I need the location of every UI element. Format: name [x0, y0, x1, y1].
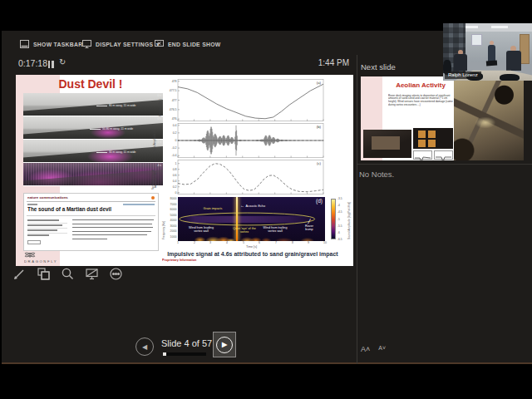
rms-axis-label: Normalized Sound Amplitude RMS [151, 165, 156, 195]
more-options-icon [109, 267, 123, 284]
frame-time: 1 s [158, 140, 161, 143]
mars-panorama-frames: 0 s 80 m away, 11 m wide 0 s 50-80 m awa… [23, 93, 163, 186]
frame-annotation: 80 m away, 11 m wide [109, 105, 135, 107]
frame-time: 0 s [158, 94, 161, 96]
spectrogram-panel: Grain impacts← Acoustic EchoWind from le… [178, 197, 325, 241]
slide-title: Dust Devil ! [44, 77, 137, 91]
restart-timer-button[interactable]: ↻ [59, 57, 66, 66]
journal-name: nature communications [27, 195, 68, 199]
sound-amplitude-chart: -0.4-0.200.20.4(b) [164, 122, 325, 159]
black-screen-icon [85, 267, 99, 284]
pause-timer-button[interactable] [48, 61, 56, 68]
next-slide-label: Next slide [361, 62, 396, 71]
pause-icon [48, 61, 50, 68]
svg-text:0.2: 0.2 [173, 185, 177, 189]
taskbar-icon [20, 40, 29, 48]
preview-rover-deck-image [454, 76, 524, 160]
restart-timer-icon: ↻ [59, 57, 66, 66]
spectrogram-annotation: ← Acoustic Echo [240, 204, 265, 209]
preview-sensor-thumbnail [413, 128, 453, 149]
display-settings-icon [82, 40, 91, 48]
notes-text: No Notes. [359, 170, 394, 179]
dragonfly-logo-text: DRAGONFLY [24, 259, 57, 264]
svg-text:478: 478 [172, 80, 177, 83]
decrease-font-button[interactable]: A˅ [378, 345, 386, 353]
svg-text:-0.4: -0.4 [171, 154, 176, 157]
end-slideshow-icon [155, 40, 164, 48]
end-slide-show-label: END SLIDE SHOW [168, 42, 221, 47]
show-taskbar-button[interactable]: SHOW TASKBAR [20, 38, 82, 50]
preview-mini-chart [434, 150, 453, 160]
elapsed-timer: 0:17:18 [18, 58, 47, 68]
rms-chart: 00.20.40.60.81(c) [164, 159, 325, 195]
panel-divider [357, 55, 357, 364]
slide-progress-fill [163, 352, 166, 356]
next-slide-icon: ▶ [222, 341, 227, 348]
svg-text:-0.2: -0.2 [171, 146, 176, 150]
next-slide-button[interactable]: ▶ [213, 332, 236, 357]
panel-d-tag: (d) [316, 198, 323, 204]
presenter-panel: SHOW TASKBAR DISPLAY SETTINGS ▼ END SLID… [2, 31, 532, 364]
see-all-slides-button[interactable] [36, 268, 51, 283]
svg-text:0.6: 0.6 [173, 174, 177, 177]
mars-frame-2: 0 s 50-80 m away, 11 m wide [23, 116, 163, 140]
svg-text:0.4: 0.4 [173, 180, 177, 183]
notes-font-controls: A˄ A˅ [361, 345, 386, 353]
frame-annotation: 30 m away, 11 m wide [109, 151, 135, 154]
spectrogram-annotation: Grain impacts [204, 207, 223, 210]
colorbar-tick-labels: -3.5-4-4.5-5-5.5-6-6.5 [337, 199, 347, 239]
notes-divider [357, 164, 532, 165]
end-slide-show-button[interactable]: END SLIDE SHOW [155, 38, 221, 50]
display-settings-label: DISPLAY SETTINGS ▼ [96, 42, 161, 47]
mars-frame-3: 1 s 30 m away, 11 m wide [23, 140, 163, 163]
slide-counter: Slide 4 of 57 [161, 338, 212, 348]
svg-text:0: 0 [175, 191, 177, 195]
spectrogram-annotation: ╱ Rover bump [303, 219, 313, 231]
svg-text:477.5: 477.5 [170, 89, 177, 92]
svg-text:(b): (b) [317, 125, 322, 129]
sound-amplitude-axis-label: Sound Amplitude [Pa] [153, 124, 156, 157]
next-slide-preview[interactable]: Aeolian Activity Rover deck imaging atte… [361, 76, 524, 160]
slide-caption: Impulsive signal at 4.6s attributed to s… [164, 251, 342, 257]
colorbar-label: Sound Amplitude [log(Pa/√Hz)] [347, 202, 350, 239]
more-options-button[interactable] [108, 268, 123, 283]
zoom-slide-button[interactable] [60, 268, 75, 283]
display-settings-button[interactable]: DISPLAY SETTINGS ▼ [82, 38, 161, 50]
frame-time: 4 s [158, 164, 161, 166]
check-updates-badge [27, 240, 41, 244]
mars-frame-1: 0 s 80 m away, 11 m wide [23, 93, 163, 116]
svg-text:0: 0 [175, 139, 177, 142]
spectrogram-annotation: Wind from trailing vortex wall [260, 226, 290, 234]
time-axis-label: Time [s] [206, 245, 298, 249]
webcam-feed: Ralph Lorenz [443, 23, 532, 81]
dragonfly-logo: DRAGONFLY [24, 252, 74, 266]
participant-name-tag: Ralph Lorenz [445, 71, 481, 79]
ceiling-light [491, 26, 508, 28]
svg-text:0.8: 0.8 [173, 168, 177, 171]
see-all-slides-icon [37, 267, 51, 284]
preview-rover-thumbnail [363, 130, 411, 158]
svg-text:476: 476 [172, 117, 177, 121]
pen-tool-button[interactable] [12, 268, 27, 283]
spectrogram-colorbar [331, 199, 336, 239]
vortex-ellipse-annotation [180, 213, 315, 225]
svg-text:(c): (c) [317, 161, 322, 165]
frame-annotation: 50-80 m away, 11 m wide [102, 128, 133, 131]
preview-slide-body: Rover deck imaging attests to deposition… [388, 94, 455, 106]
open-access-icon [151, 196, 155, 200]
laptop [486, 61, 497, 66]
black-screen-button[interactable] [84, 268, 99, 283]
dragonfly-icon [25, 252, 35, 258]
frame-time: 0 s [158, 117, 161, 120]
previous-slide-button[interactable]: ◀ [135, 337, 154, 356]
presenter-view-window: SHOW TASKBAR DISPLAY SETTINGS ▼ END SLID… [0, 0, 532, 399]
paper-title: The sound of a Martian dust devil [27, 206, 140, 213]
annotation-toolbar [12, 268, 123, 283]
slide-progress-bar [163, 352, 206, 356]
current-slide[interactable]: Dust Devil ! 0 s 80 m away, 11 m wide 0 … [16, 75, 353, 266]
proprietary-notice: Proprietary Information [162, 259, 196, 262]
svg-text:0.4: 0.4 [173, 124, 177, 127]
increase-font-button[interactable]: A˄ [361, 345, 370, 353]
pressure-axis-label: Pressure [Pa] [159, 100, 162, 116]
spectrogram-annotation: Wind from leading vortex wall [186, 226, 216, 234]
